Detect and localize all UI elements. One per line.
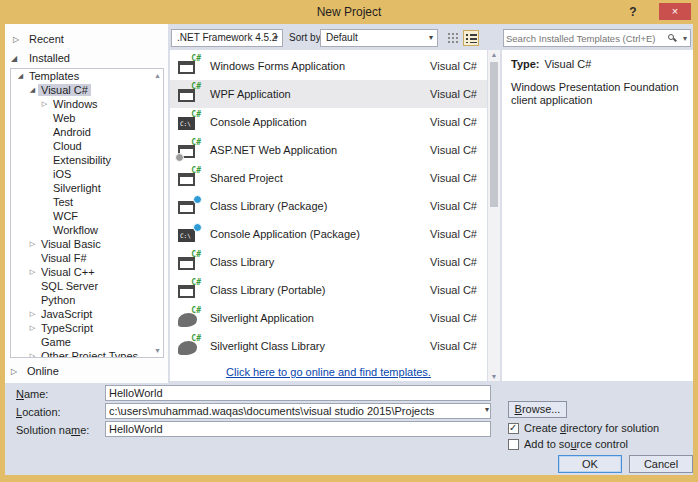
tree-item-label: Test xyxy=(50,196,76,208)
tree-item-label: Extensibility xyxy=(50,154,114,166)
template-item-silverlight-application[interactable]: C#Silverlight ApplicationVisual C# xyxy=(170,304,487,332)
collapsed-arrow-icon[interactable]: ▷ xyxy=(27,321,38,335)
type-value: Visual C# xyxy=(545,58,592,70)
aspnet-web-app-icon: C# xyxy=(177,140,201,160)
tree-item-visual-c[interactable]: ▷Visual C++ xyxy=(11,265,163,279)
template-name: Windows Forms Application xyxy=(210,60,430,72)
tree-item-python[interactable]: Python xyxy=(11,293,163,307)
tree-item-workflow[interactable]: Workflow xyxy=(11,223,163,237)
ok-button[interactable]: OK xyxy=(558,455,622,473)
template-item-class-library[interactable]: C#Class LibraryVisual C# xyxy=(170,248,487,276)
template-language: Visual C# xyxy=(430,284,477,296)
scroll-up-icon[interactable]: ▲ xyxy=(488,51,500,58)
tree-item-label: Windows xyxy=(50,98,101,110)
search-input[interactable] xyxy=(506,31,661,45)
tree-item-label: WCF xyxy=(50,210,81,222)
framework-dropdown[interactable]: .NET Framework 4.5.2 ▾ xyxy=(171,29,283,47)
collapsed-arrow-icon[interactable]: ▷ xyxy=(27,237,38,251)
wpf-app-icon: C# xyxy=(177,84,201,104)
location-input[interactable] xyxy=(105,403,491,419)
class-library-package-icon: C# xyxy=(177,196,201,216)
tree-item-ios[interactable]: iOS xyxy=(11,167,163,181)
cancel-button[interactable]: Cancel xyxy=(629,455,693,473)
tree-item-other-project-types[interactable]: ▷Other Project Types xyxy=(11,349,163,358)
create-directory-checkbox[interactable]: Create directory for solution xyxy=(508,422,659,434)
expanded-arrow-icon[interactable]: ◢ xyxy=(11,51,17,66)
tree-item-javascript[interactable]: ▷JavaScript xyxy=(11,307,163,321)
search-icon[interactable] xyxy=(668,34,674,40)
winforms-app-icon: C# xyxy=(177,56,201,76)
tree-item-extensibility[interactable]: Extensibility xyxy=(11,153,163,167)
checkbox-label: Create directory for solution xyxy=(524,422,659,434)
template-item-asp-net-web-application[interactable]: C#ASP.NET Web ApplicationVisual C# xyxy=(170,136,487,164)
tree-item-visual-f[interactable]: Visual F# xyxy=(11,251,163,265)
tree-item-android[interactable]: Android xyxy=(11,125,163,139)
list-view-icon xyxy=(466,34,477,43)
template-item-wpf-application[interactable]: C#WPF ApplicationVisual C# xyxy=(170,80,487,108)
nav-item-installed[interactable]: ◢ Installed xyxy=(5,51,168,66)
tree-item-test[interactable]: Test xyxy=(11,195,163,209)
location-dropdown-icon[interactable]: ▾ xyxy=(485,405,489,414)
tree-item-windows[interactable]: ▷Windows xyxy=(11,97,163,111)
collapsed-arrow-icon[interactable]: ▷ xyxy=(39,97,50,111)
nav-item-recent[interactable]: ▷ Recent xyxy=(5,32,168,47)
template-name: Console Application (Package) xyxy=(210,228,430,240)
collapsed-arrow-icon[interactable]: ▷ xyxy=(27,307,38,321)
template-language: Visual C# xyxy=(430,228,477,240)
expanded-arrow-icon[interactable]: ◢ xyxy=(27,83,38,97)
tree-item-web[interactable]: Web xyxy=(11,111,163,125)
close-button[interactable]: × xyxy=(659,3,691,20)
new-project-dialog: New Project ? × ▷ Recent ◢ Installed ▲ ▼… xyxy=(0,0,698,482)
tree-item-silverlight[interactable]: Silverlight xyxy=(11,181,163,195)
tree-item-label: JavaScript xyxy=(38,308,95,320)
template-name: ASP.NET Web Application xyxy=(210,144,430,156)
collapsed-arrow-icon[interactable]: ▷ xyxy=(27,349,38,358)
collapsed-arrow-icon[interactable]: ▷ xyxy=(27,265,38,279)
tree-item-visual-basic[interactable]: ▷Visual Basic xyxy=(11,237,163,251)
collapsed-arrow-icon[interactable]: ▷ xyxy=(11,364,17,379)
help-button[interactable]: ? xyxy=(624,3,642,21)
tree-item-label: Visual C++ xyxy=(38,266,98,278)
tree-item-label: Other Project Types xyxy=(38,350,141,358)
title-bar[interactable]: New Project ? × xyxy=(0,0,698,24)
template-item-silverlight-class-library[interactable]: C#Silverlight Class LibraryVisual C# xyxy=(170,332,487,360)
template-language: Visual C# xyxy=(430,172,477,184)
scrollbar-thumb[interactable] xyxy=(490,62,498,207)
nav-item-online[interactable]: ▷ Online xyxy=(5,364,168,379)
template-language: Visual C# xyxy=(430,256,477,268)
tree-item-label: Cloud xyxy=(50,140,85,152)
browse-button[interactable]: Browse... xyxy=(508,401,567,418)
template-name: Silverlight Application xyxy=(210,312,430,324)
sort-dropdown[interactable]: Default ▾ xyxy=(320,29,438,47)
tree-item-typescript[interactable]: ▷TypeScript xyxy=(11,321,163,335)
expanded-arrow-icon[interactable]: ◢ xyxy=(15,69,26,83)
list-scrollbar[interactable]: ▲ ▼ xyxy=(488,50,500,381)
list-view-button[interactable] xyxy=(463,30,479,46)
tree-item-cloud[interactable]: Cloud xyxy=(11,139,163,153)
template-item-class-library-package[interactable]: C#Class Library (Package)Visual C# xyxy=(170,192,487,220)
template-name: WPF Application xyxy=(210,88,430,100)
template-item-shared-project[interactable]: C#Shared ProjectVisual C# xyxy=(170,164,487,192)
tree-item-wcf[interactable]: WCF xyxy=(11,209,163,223)
checkbox-unchecked-icon[interactable] xyxy=(508,439,519,450)
template-item-console-application-package[interactable]: C#Console Application (Package)Visual C# xyxy=(170,220,487,248)
name-input[interactable] xyxy=(105,385,491,401)
tree-item-visual-c[interactable]: ◢Visual C# xyxy=(11,83,163,97)
checkbox-checked-icon[interactable] xyxy=(508,423,519,434)
template-item-class-library-portable[interactable]: C#Class Library (Portable)Visual C# xyxy=(170,276,487,304)
collapsed-arrow-icon[interactable]: ▷ xyxy=(13,32,19,47)
template-item-windows-forms-application[interactable]: C#Windows Forms ApplicationVisual C# xyxy=(170,52,487,80)
add-source-control-checkbox[interactable]: Add to source control xyxy=(508,438,628,450)
solution-name-input[interactable] xyxy=(105,421,491,437)
tree-item-label: Silverlight xyxy=(50,182,104,194)
tree-item-templates[interactable]: ◢Templates xyxy=(11,69,163,83)
left-nav-panel: ▷ Recent ◢ Installed ▲ ▼ ◢Templates◢Visu… xyxy=(5,24,168,383)
template-language: Visual C# xyxy=(430,200,477,212)
online-templates-link[interactable]: Click here to go online and find templat… xyxy=(170,366,487,378)
template-item-console-application[interactable]: C#Console ApplicationVisual C# xyxy=(170,108,487,136)
tree-item-sql-server[interactable]: SQL Server xyxy=(11,279,163,293)
scroll-down-icon[interactable]: ▼ xyxy=(488,373,500,380)
tree-item-game[interactable]: Game xyxy=(11,335,163,349)
search-dropdown-icon[interactable]: ▾ xyxy=(683,31,687,47)
small-icons-view-button[interactable] xyxy=(445,30,461,46)
